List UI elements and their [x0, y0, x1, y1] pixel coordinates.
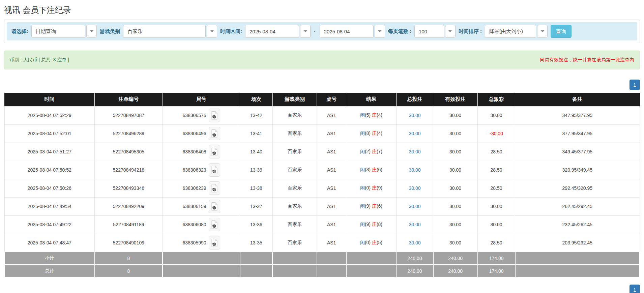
- column-header-1: 时间: [4, 93, 95, 106]
- column-header-10: 总派彩: [478, 93, 515, 106]
- table-row: 2025-08-04 07:52:01522708496289638306496…: [4, 124, 640, 143]
- payout-cell: 30.00: [478, 197, 515, 215]
- date-to-value: 2025-08-04: [320, 25, 374, 38]
- result-cell: 闲(0) 庄(5): [346, 234, 397, 252]
- chevron-down-icon: [90, 30, 93, 32]
- valid-bet-cell: 30.00: [433, 106, 478, 124]
- total-bet-cell: 30.00: [396, 124, 433, 143]
- page-size-select[interactable]: 100: [414, 25, 456, 38]
- banker-result-label: 庄: [372, 240, 377, 245]
- video-replay-button[interactable]: [209, 181, 220, 195]
- page-size-dropdown-button[interactable]: [445, 25, 456, 38]
- sort-order-label: 时间排序 :: [459, 28, 482, 35]
- query-mode-dropdown-button[interactable]: [86, 25, 97, 38]
- video-replay-button[interactable]: [209, 218, 220, 231]
- video-replay-button[interactable]: [209, 127, 220, 140]
- round-id-cell: 638306080: [163, 215, 240, 234]
- total-bet-cell: 30.00: [396, 106, 433, 124]
- chevron-down-icon: [541, 30, 544, 32]
- game-type-select[interactable]: 百家乐: [123, 25, 217, 38]
- column-header-6: 桌号: [317, 93, 346, 106]
- page-button-1-bottom[interactable]: 1: [630, 285, 640, 293]
- date-to-dropdown-button[interactable]: [375, 25, 385, 38]
- total-row-valid-bet-cell: 240.00: [433, 265, 478, 277]
- video-replay-button[interactable]: [209, 145, 220, 158]
- round-id-wrap: 638305990: [182, 236, 220, 250]
- date-to-select[interactable]: 2025-08-04: [320, 25, 385, 38]
- column-header-9: 有效投注: [433, 93, 478, 106]
- total-bet-link[interactable]: 30.00: [409, 131, 420, 136]
- query-mode-select[interactable]: 日期查询: [31, 25, 97, 38]
- valid-bet-cell: 30.00: [433, 234, 478, 252]
- date-from-select[interactable]: 2025-08-04: [245, 25, 311, 38]
- round-id-text: 638306323: [182, 167, 206, 173]
- banker-result-value: (8): [377, 222, 382, 227]
- banker-result-label: 庄: [372, 185, 377, 191]
- result-cell: 闲(9) 庄(6): [346, 197, 397, 215]
- payout-cell: 28.50: [478, 161, 515, 179]
- player-result-value: (0): [365, 185, 372, 191]
- session-cell: 13-42: [240, 106, 272, 124]
- time-cell: 2025-08-04 07:49:54: [4, 197, 95, 215]
- table-no-cell: AS1: [317, 234, 346, 252]
- date-from-dropdown-button[interactable]: [300, 25, 311, 38]
- filter-bar: 请选择: 日期查询 游戏类别 百家乐 时间区间: 2025-08-04 ~ 20…: [7, 22, 637, 40]
- table-row: 2025-08-04 07:49:22522708491189638306080…: [4, 215, 640, 234]
- game-type-cell: 百家乐: [272, 161, 317, 179]
- total-bet-link[interactable]: 30.00: [409, 240, 420, 245]
- round-id-text: 638305990: [182, 240, 206, 245]
- total-bet-link[interactable]: 30.00: [409, 185, 420, 191]
- total-bet-link[interactable]: 30.00: [409, 204, 420, 209]
- page-button-1-top[interactable]: 1: [630, 80, 640, 90]
- subtotal-row-count-cell: 8: [95, 252, 163, 265]
- game-type-cell: 百家乐: [272, 124, 317, 143]
- subtotal-row-payout-cell: 174.00: [478, 252, 515, 265]
- video-replay-button[interactable]: [209, 200, 220, 213]
- total-bet-link[interactable]: 30.00: [409, 149, 420, 154]
- total-row-total-bet-cell: 240.00: [396, 265, 433, 277]
- video-replay-icon: [211, 238, 218, 247]
- round-id-text: 638306408: [182, 149, 206, 154]
- game-type-cell: 百家乐: [272, 215, 317, 234]
- total-bet-link[interactable]: 30.00: [409, 167, 420, 173]
- remark-cell: 262.45/292.45: [515, 197, 640, 215]
- game-type-dropdown-button[interactable]: [207, 25, 217, 38]
- chevron-down-icon: [304, 30, 307, 32]
- page-size-value: 100: [414, 25, 444, 38]
- payout-cell: 28.50: [478, 143, 515, 161]
- bet-id-cell: 522708492209: [95, 197, 163, 215]
- table-row: 2025-08-04 07:48:47522708490109638305990…: [4, 234, 640, 252]
- video-replay-button[interactable]: [209, 163, 220, 177]
- bet-id-cell: 522708493346: [95, 179, 163, 197]
- round-id-wrap: 638306496: [182, 127, 220, 140]
- table-no-cell: AS1: [317, 106, 346, 124]
- time-cell: 2025-08-04 07:52:29: [4, 106, 95, 124]
- player-result-value: (8): [365, 130, 372, 136]
- video-replay-button[interactable]: [209, 109, 220, 122]
- pagination-bottom: 1: [4, 285, 640, 293]
- video-replay-button[interactable]: [209, 236, 220, 250]
- round-id-cell: 638306408: [163, 143, 240, 161]
- page-size-label: 每页笔数 :: [388, 28, 411, 35]
- search-button[interactable]: 查询: [551, 25, 572, 38]
- payout-cell: 28.50: [478, 179, 515, 197]
- valid-bet-cell: 30.00: [433, 197, 478, 215]
- query-mode-label: 请选择:: [11, 28, 28, 35]
- total-row-table-no-cell: [317, 265, 346, 277]
- table-row: 2025-08-04 07:50:26522708493346638306239…: [4, 179, 640, 197]
- subtotal-row: 小计8240.00240.00174.00: [4, 252, 640, 265]
- payout-cell: -30.00: [478, 124, 515, 143]
- bet-id-cell: 522708490109: [95, 234, 163, 252]
- total-bet-link[interactable]: 30.00: [409, 222, 420, 227]
- session-cell: 13-40: [240, 143, 272, 161]
- session-cell: 13-35: [240, 234, 272, 252]
- round-id-cell: 638306576: [163, 106, 240, 124]
- sort-order-select[interactable]: 降幂(由大到小): [485, 25, 548, 38]
- banker-result-value: (6): [377, 203, 382, 209]
- total-bet-link[interactable]: 30.00: [409, 113, 420, 118]
- sort-order-dropdown-button[interactable]: [537, 25, 548, 38]
- notice-text: 同局有效投注，统一计算在该局第一张注单内: [540, 57, 634, 63]
- column-header-7: 结果: [346, 93, 397, 106]
- query-mode-value: 日期查询: [31, 25, 85, 38]
- banker-result-label: 庄: [372, 167, 377, 172]
